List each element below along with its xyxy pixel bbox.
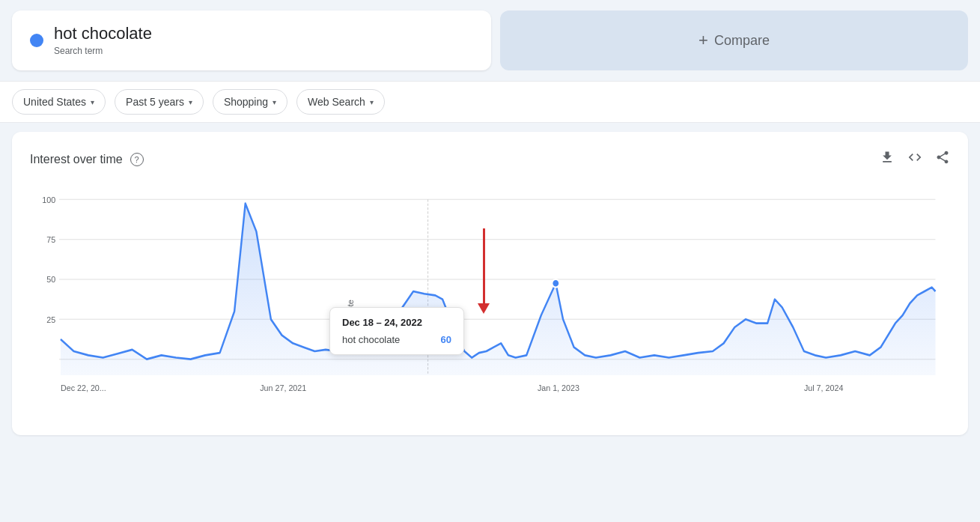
filter-location[interactable]: United States ▾ bbox=[12, 89, 106, 115]
compare-plus-icon: + bbox=[699, 31, 708, 50]
top-section: hot chocolate Search term + Compare bbox=[0, 0, 980, 81]
filters-section: United States ▾ Past 5 years ▾ Shopping … bbox=[0, 81, 980, 123]
search-term-subtitle: Search term bbox=[54, 46, 103, 56]
tooltip-row: hot chocolate 60 bbox=[342, 334, 451, 345]
search-term-title: hot chocolate bbox=[54, 24, 152, 43]
chart-title: Interest over time bbox=[30, 153, 123, 166]
svg-text:25: 25 bbox=[46, 315, 55, 324]
red-arrow-indicator bbox=[478, 228, 490, 314]
filter-category-label: Shopping bbox=[224, 96, 268, 108]
filter-timerange-label: Past 5 years bbox=[126, 96, 184, 108]
svg-point-10 bbox=[552, 279, 559, 288]
svg-text:Jun 27, 2021: Jun 27, 2021 bbox=[260, 383, 306, 393]
share-button[interactable] bbox=[935, 150, 950, 169]
help-icon[interactable]: ? bbox=[130, 153, 144, 166]
compare-card[interactable]: + Compare bbox=[500, 10, 968, 70]
chart-actions bbox=[880, 150, 950, 169]
chevron-down-icon: ▾ bbox=[370, 98, 374, 106]
arrow-head bbox=[478, 303, 490, 314]
svg-text:Jul 7, 2024: Jul 7, 2024 bbox=[804, 383, 843, 393]
chevron-down-icon: ▾ bbox=[91, 98, 94, 106]
svg-text:75: 75 bbox=[46, 234, 55, 244]
filter-location-label: United States bbox=[23, 96, 86, 108]
svg-text:Jan 1, 2023: Jan 1, 2023 bbox=[538, 383, 579, 393]
arrow-line bbox=[483, 228, 485, 303]
chart-tooltip: Dec 18 – 24, 2022 hot chocolate 60 bbox=[329, 307, 464, 355]
search-term-card: hot chocolate Search term bbox=[12, 10, 491, 70]
chart-title-row: Interest over time ? bbox=[30, 153, 144, 166]
chart-header: Interest over time ? bbox=[30, 150, 950, 169]
search-dot bbox=[30, 34, 43, 47]
svg-text:100: 100 bbox=[42, 195, 55, 204]
svg-text:50: 50 bbox=[46, 275, 55, 285]
chart-container: 100 75 50 25 Dec 22, 20... bbox=[30, 183, 950, 423]
tooltip-date: Dec 18 – 24, 2022 bbox=[342, 317, 451, 328]
chart-svg: 100 75 50 25 Dec 22, 20... bbox=[30, 183, 950, 423]
filter-category[interactable]: Shopping ▾ bbox=[213, 89, 287, 115]
chevron-down-icon: ▾ bbox=[189, 98, 192, 106]
svg-text:Dec 22, 20...: Dec 22, 20... bbox=[61, 383, 106, 393]
tooltip-value: 60 bbox=[441, 334, 451, 345]
compare-label: Compare bbox=[714, 33, 770, 49]
filter-timerange[interactable]: Past 5 years ▾ bbox=[115, 89, 204, 115]
embed-button[interactable] bbox=[907, 150, 923, 169]
download-button[interactable] bbox=[880, 150, 895, 169]
filter-searchtype[interactable]: Web Search ▾ bbox=[296, 89, 385, 115]
tooltip-term: hot chocolate bbox=[342, 334, 400, 345]
chevron-down-icon: ▾ bbox=[273, 98, 276, 106]
filter-searchtype-label: Web Search bbox=[308, 96, 365, 108]
search-term-text: hot chocolate Search term bbox=[54, 24, 152, 57]
chart-section: Interest over time ? 100 bbox=[12, 132, 968, 435]
